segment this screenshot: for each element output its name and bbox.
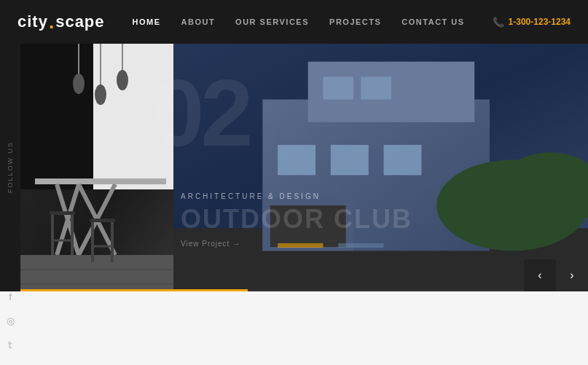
twitter-icon[interactable]: 𝕥 — [8, 340, 12, 350]
svg-rect-6 — [384, 145, 422, 176]
interior-photo — [20, 44, 173, 291]
next-slide-button[interactable]: › — [556, 259, 588, 291]
prev-slide-button[interactable]: ‹ — [524, 259, 556, 291]
hero-section: FOLLOW US — [0, 44, 588, 291]
svg-rect-5 — [331, 145, 369, 176]
phone-icon: 📞 — [493, 17, 504, 28]
sidebar-left: FOLLOW US — [0, 44, 20, 291]
nav-contact[interactable]: CONTACT US — [401, 17, 464, 26]
nav-home[interactable]: HOME — [133, 17, 161, 26]
interior-svg — [20, 44, 173, 291]
svg-point-35 — [73, 74, 85, 94]
svg-rect-26 — [50, 211, 75, 215]
svg-rect-4 — [278, 145, 315, 176]
svg-rect-8 — [361, 76, 391, 99]
hero-description[interactable]: View Project → — [181, 240, 412, 248]
hero-title: OUTDOOR CLUB — [181, 205, 412, 234]
svg-point-37 — [95, 85, 106, 105]
svg-rect-17 — [93, 44, 173, 189]
hero-main: 02 ARCHITECTURE & DESIGN OUTDOOR CLUB Vi… — [20, 44, 588, 291]
logo-city: city — [17, 12, 48, 31]
hero-text: ARCHITECTURE & DESIGN OUTDOOR CLUB View … — [181, 192, 412, 248]
nav-about[interactable]: ABOUT — [181, 17, 216, 26]
logo-dot: . — [49, 12, 55, 31]
nav-projects[interactable]: PROJECTS — [329, 17, 381, 26]
header: city . scape HOME ABOUT OUR SERVICES PRO… — [0, 0, 588, 44]
main-nav: HOME ABOUT OUR SERVICES PROJECTS CONTACT… — [133, 17, 465, 26]
phone-number: 1-300-123-1234 — [509, 17, 571, 27]
svg-rect-23 — [20, 255, 173, 291]
svg-rect-7 — [323, 76, 353, 99]
social-icons: f ◎ 𝕥 — [0, 291, 20, 350]
nav-services[interactable]: OUR SERVICES — [235, 17, 309, 26]
slide-nav-arrows: ‹ › — [524, 259, 588, 291]
svg-rect-30 — [90, 219, 115, 222]
instagram-icon[interactable]: ◎ — [7, 315, 15, 326]
follow-us-label: FOLLOW US — [7, 141, 14, 193]
bottom-section — [0, 291, 588, 365]
interior-panel — [20, 44, 173, 291]
phone-info[interactable]: 📞 1-300-123-1234 — [493, 17, 571, 28]
logo: city . scape — [17, 12, 105, 31]
svg-point-39 — [117, 70, 128, 90]
svg-rect-18 — [35, 178, 166, 184]
logo-scape: scape — [55, 12, 104, 31]
hero-subtitle: ARCHITECTURE & DESIGN — [181, 192, 412, 200]
facebook-icon[interactable]: f — [9, 291, 12, 302]
